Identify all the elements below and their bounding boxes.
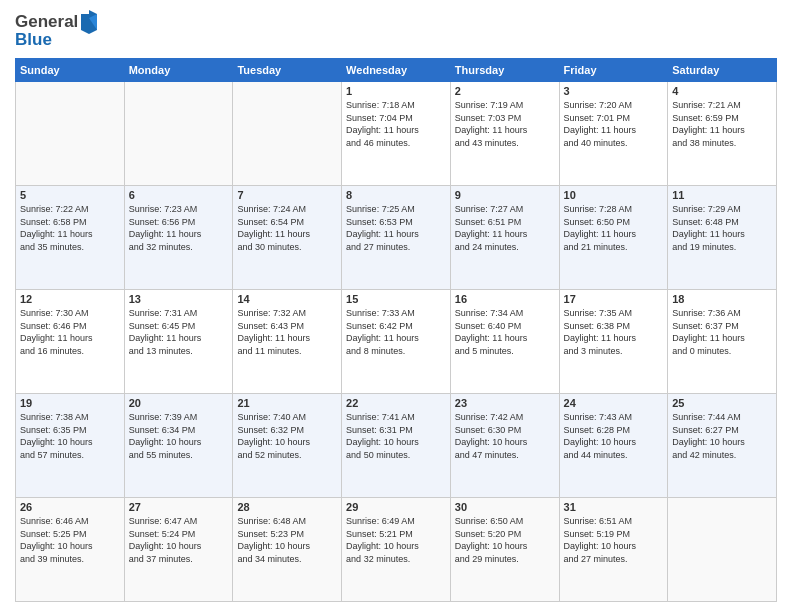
calendar-cell [233, 82, 342, 186]
day-number: 6 [129, 189, 229, 201]
calendar-cell: 20Sunrise: 7:39 AM Sunset: 6:34 PM Dayli… [124, 394, 233, 498]
day-info: Sunrise: 7:31 AM Sunset: 6:45 PM Dayligh… [129, 307, 229, 357]
day-info: Sunrise: 7:41 AM Sunset: 6:31 PM Dayligh… [346, 411, 446, 461]
calendar-cell: 19Sunrise: 7:38 AM Sunset: 6:35 PM Dayli… [16, 394, 125, 498]
day-info: Sunrise: 7:44 AM Sunset: 6:27 PM Dayligh… [672, 411, 772, 461]
weekday-header-tuesday: Tuesday [233, 59, 342, 82]
calendar-cell [668, 498, 777, 602]
calendar-cell: 18Sunrise: 7:36 AM Sunset: 6:37 PM Dayli… [668, 290, 777, 394]
calendar-cell: 2Sunrise: 7:19 AM Sunset: 7:03 PM Daylig… [450, 82, 559, 186]
day-info: Sunrise: 7:28 AM Sunset: 6:50 PM Dayligh… [564, 203, 664, 253]
weekday-header-row: SundayMondayTuesdayWednesdayThursdayFrid… [16, 59, 777, 82]
day-number: 30 [455, 501, 555, 513]
day-info: Sunrise: 7:36 AM Sunset: 6:37 PM Dayligh… [672, 307, 772, 357]
day-number: 24 [564, 397, 664, 409]
calendar-cell: 27Sunrise: 6:47 AM Sunset: 5:24 PM Dayli… [124, 498, 233, 602]
day-info: Sunrise: 7:43 AM Sunset: 6:28 PM Dayligh… [564, 411, 664, 461]
calendar-cell: 4Sunrise: 7:21 AM Sunset: 6:59 PM Daylig… [668, 82, 777, 186]
day-number: 2 [455, 85, 555, 97]
day-info: Sunrise: 7:30 AM Sunset: 6:46 PM Dayligh… [20, 307, 120, 357]
day-info: Sunrise: 7:20 AM Sunset: 7:01 PM Dayligh… [564, 99, 664, 149]
day-number: 25 [672, 397, 772, 409]
day-info: Sunrise: 7:29 AM Sunset: 6:48 PM Dayligh… [672, 203, 772, 253]
day-info: Sunrise: 6:46 AM Sunset: 5:25 PM Dayligh… [20, 515, 120, 565]
calendar-cell: 28Sunrise: 6:48 AM Sunset: 5:23 PM Dayli… [233, 498, 342, 602]
day-info: Sunrise: 7:34 AM Sunset: 6:40 PM Dayligh… [455, 307, 555, 357]
day-number: 15 [346, 293, 446, 305]
day-number: 1 [346, 85, 446, 97]
day-number: 13 [129, 293, 229, 305]
day-number: 31 [564, 501, 664, 513]
day-info: Sunrise: 6:51 AM Sunset: 5:19 PM Dayligh… [564, 515, 664, 565]
day-info: Sunrise: 6:48 AM Sunset: 5:23 PM Dayligh… [237, 515, 337, 565]
week-row-5: 26Sunrise: 6:46 AM Sunset: 5:25 PM Dayli… [16, 498, 777, 602]
day-info: Sunrise: 7:18 AM Sunset: 7:04 PM Dayligh… [346, 99, 446, 149]
weekday-header-sunday: Sunday [16, 59, 125, 82]
week-row-4: 19Sunrise: 7:38 AM Sunset: 6:35 PM Dayli… [16, 394, 777, 498]
day-number: 17 [564, 293, 664, 305]
day-number: 14 [237, 293, 337, 305]
calendar-cell: 10Sunrise: 7:28 AM Sunset: 6:50 PM Dayli… [559, 186, 668, 290]
weekday-header-saturday: Saturday [668, 59, 777, 82]
day-info: Sunrise: 6:47 AM Sunset: 5:24 PM Dayligh… [129, 515, 229, 565]
calendar-cell: 6Sunrise: 7:23 AM Sunset: 6:56 PM Daylig… [124, 186, 233, 290]
calendar-cell: 12Sunrise: 7:30 AM Sunset: 6:46 PM Dayli… [16, 290, 125, 394]
day-number: 22 [346, 397, 446, 409]
day-info: Sunrise: 7:32 AM Sunset: 6:43 PM Dayligh… [237, 307, 337, 357]
day-number: 27 [129, 501, 229, 513]
calendar-cell: 9Sunrise: 7:27 AM Sunset: 6:51 PM Daylig… [450, 186, 559, 290]
header: General Blue [15, 10, 777, 50]
day-number: 4 [672, 85, 772, 97]
calendar-cell: 23Sunrise: 7:42 AM Sunset: 6:30 PM Dayli… [450, 394, 559, 498]
day-info: Sunrise: 6:49 AM Sunset: 5:21 PM Dayligh… [346, 515, 446, 565]
day-info: Sunrise: 7:35 AM Sunset: 6:38 PM Dayligh… [564, 307, 664, 357]
weekday-header-monday: Monday [124, 59, 233, 82]
day-number: 5 [20, 189, 120, 201]
calendar-cell [16, 82, 125, 186]
page: General Blue SundayMondayTuesdayWednesda… [0, 0, 792, 612]
day-number: 26 [20, 501, 120, 513]
week-row-1: 1Sunrise: 7:18 AM Sunset: 7:04 PM Daylig… [16, 82, 777, 186]
weekday-header-wednesday: Wednesday [342, 59, 451, 82]
calendar-cell: 31Sunrise: 6:51 AM Sunset: 5:19 PM Dayli… [559, 498, 668, 602]
day-number: 28 [237, 501, 337, 513]
calendar-cell: 15Sunrise: 7:33 AM Sunset: 6:42 PM Dayli… [342, 290, 451, 394]
calendar-cell: 24Sunrise: 7:43 AM Sunset: 6:28 PM Dayli… [559, 394, 668, 498]
calendar-cell: 30Sunrise: 6:50 AM Sunset: 5:20 PM Dayli… [450, 498, 559, 602]
day-info: Sunrise: 7:24 AM Sunset: 6:54 PM Dayligh… [237, 203, 337, 253]
day-info: Sunrise: 7:38 AM Sunset: 6:35 PM Dayligh… [20, 411, 120, 461]
calendar-cell: 26Sunrise: 6:46 AM Sunset: 5:25 PM Dayli… [16, 498, 125, 602]
day-info: Sunrise: 7:25 AM Sunset: 6:53 PM Dayligh… [346, 203, 446, 253]
day-number: 20 [129, 397, 229, 409]
calendar-cell: 11Sunrise: 7:29 AM Sunset: 6:48 PM Dayli… [668, 186, 777, 290]
day-info: Sunrise: 7:40 AM Sunset: 6:32 PM Dayligh… [237, 411, 337, 461]
calendar-cell: 5Sunrise: 7:22 AM Sunset: 6:58 PM Daylig… [16, 186, 125, 290]
day-info: Sunrise: 7:23 AM Sunset: 6:56 PM Dayligh… [129, 203, 229, 253]
week-row-2: 5Sunrise: 7:22 AM Sunset: 6:58 PM Daylig… [16, 186, 777, 290]
day-number: 21 [237, 397, 337, 409]
calendar-cell: 3Sunrise: 7:20 AM Sunset: 7:01 PM Daylig… [559, 82, 668, 186]
calendar-cell: 16Sunrise: 7:34 AM Sunset: 6:40 PM Dayli… [450, 290, 559, 394]
calendar-cell: 29Sunrise: 6:49 AM Sunset: 5:21 PM Dayli… [342, 498, 451, 602]
day-number: 8 [346, 189, 446, 201]
weekday-header-thursday: Thursday [450, 59, 559, 82]
day-number: 19 [20, 397, 120, 409]
calendar-cell: 7Sunrise: 7:24 AM Sunset: 6:54 PM Daylig… [233, 186, 342, 290]
calendar-cell: 22Sunrise: 7:41 AM Sunset: 6:31 PM Dayli… [342, 394, 451, 498]
calendar-cell [124, 82, 233, 186]
calendar-cell: 13Sunrise: 7:31 AM Sunset: 6:45 PM Dayli… [124, 290, 233, 394]
day-info: Sunrise: 7:42 AM Sunset: 6:30 PM Dayligh… [455, 411, 555, 461]
day-info: Sunrise: 7:33 AM Sunset: 6:42 PM Dayligh… [346, 307, 446, 357]
calendar-cell: 14Sunrise: 7:32 AM Sunset: 6:43 PM Dayli… [233, 290, 342, 394]
day-number: 10 [564, 189, 664, 201]
day-number: 18 [672, 293, 772, 305]
day-number: 23 [455, 397, 555, 409]
calendar-cell: 25Sunrise: 7:44 AM Sunset: 6:27 PM Dayli… [668, 394, 777, 498]
calendar-cell: 21Sunrise: 7:40 AM Sunset: 6:32 PM Dayli… [233, 394, 342, 498]
day-number: 3 [564, 85, 664, 97]
day-info: Sunrise: 7:39 AM Sunset: 6:34 PM Dayligh… [129, 411, 229, 461]
day-info: Sunrise: 7:27 AM Sunset: 6:51 PM Dayligh… [455, 203, 555, 253]
day-number: 9 [455, 189, 555, 201]
day-number: 12 [20, 293, 120, 305]
logo: General Blue [15, 10, 99, 50]
